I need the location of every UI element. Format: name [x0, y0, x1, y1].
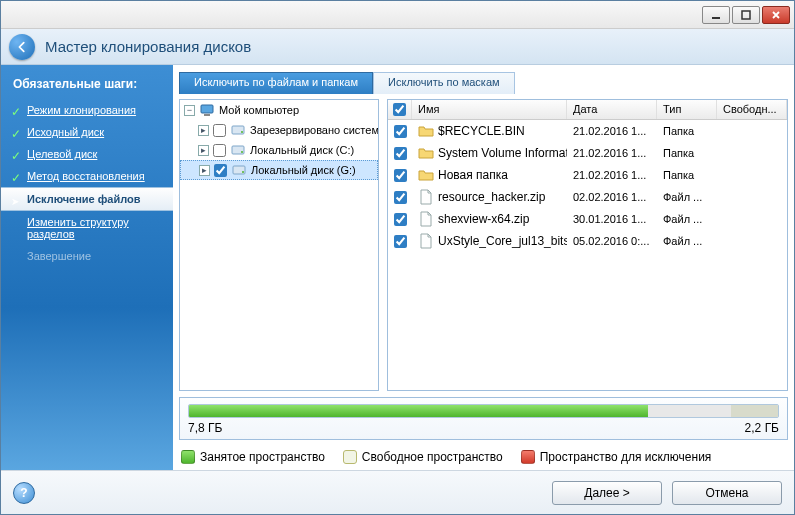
list-row[interactable]: $RECYCLE.BIN 21.02.2016 1... Папка — [388, 120, 787, 142]
drive-icon — [230, 122, 246, 138]
list-row[interactable]: shexview-x64.zip 30.01.2016 1... Файл ..… — [388, 208, 787, 230]
cancel-button[interactable]: Отмена — [672, 481, 782, 505]
tree-item[interactable]: ▸ Локальный диск (G:) — [180, 160, 378, 180]
folder-tree[interactable]: − Мой компьютер ▸ Зарезервировано систем… — [179, 99, 379, 391]
col-free[interactable]: Свободн... — [717, 100, 787, 119]
sidebar-item[interactable]: Изменить структуру разделов — [1, 211, 173, 245]
swatch-excluded-icon — [521, 450, 535, 464]
list-row[interactable]: System Volume Information 21.02.2016 1..… — [388, 142, 787, 164]
svg-rect-0 — [712, 17, 720, 19]
close-button[interactable] — [762, 6, 790, 24]
cell-date: 30.01.2016 1... — [567, 210, 657, 228]
tree-checkbox[interactable] — [214, 164, 227, 177]
tree-checkbox[interactable] — [213, 124, 226, 137]
list-row[interactable]: UxStyle_Core_jul13_bits.zip 05.02.2016 0… — [388, 230, 787, 252]
step-status-icon — [11, 251, 21, 261]
list-row[interactable]: resource_hacker.zip 02.02.2016 1... Файл… — [388, 186, 787, 208]
cell-type: Папка — [657, 166, 717, 184]
row-checkbox[interactable] — [394, 213, 407, 226]
list-row[interactable]: Новая папка 21.02.2016 1... Папка — [388, 164, 787, 186]
file-list[interactable]: Имя Дата Тип Свободн... $RECYCLE.BIN 21.… — [387, 99, 788, 391]
sidebar-item[interactable]: Режим клонирования — [1, 99, 173, 121]
used-size-label: 7,8 ГБ — [188, 421, 222, 435]
col-checkbox[interactable] — [388, 100, 412, 119]
sidebar-item: Завершение — [1, 245, 173, 267]
tree-root[interactable]: − Мой компьютер — [180, 100, 378, 120]
expand-icon[interactable]: ▸ — [198, 145, 209, 156]
titlebar — [1, 1, 794, 29]
tab-exclude-by-files[interactable]: Исключить по файлам и папкам — [179, 72, 373, 94]
tree-label: Локальный диск (G:) — [251, 164, 356, 176]
svg-point-5 — [241, 131, 243, 133]
row-checkbox[interactable] — [394, 191, 407, 204]
step-status-icon — [11, 194, 21, 204]
sidebar-item-label: Исходный диск — [27, 126, 104, 138]
col-type[interactable]: Тип — [657, 100, 717, 119]
row-checkbox[interactable] — [394, 169, 407, 182]
cell-type: Папка — [657, 144, 717, 162]
file-icon — [418, 189, 434, 205]
step-status-icon — [11, 127, 21, 137]
tree-label: Локальный диск (C:) — [250, 144, 354, 156]
minimize-button[interactable] — [702, 6, 730, 24]
cell-date: 21.02.2016 1... — [567, 122, 657, 140]
sidebar-item[interactable]: Целевой диск — [1, 143, 173, 165]
expand-icon[interactable]: ▸ — [199, 165, 210, 176]
folder-icon — [418, 145, 434, 161]
cell-name: $RECYCLE.BIN — [412, 120, 567, 142]
col-date[interactable]: Дата — [567, 100, 657, 119]
progress-used — [189, 405, 648, 417]
row-checkbox[interactable] — [394, 147, 407, 160]
back-button[interactable] — [9, 34, 35, 60]
legend-free: Свободное пространство — [343, 450, 503, 464]
file-icon — [418, 233, 434, 249]
drive-icon — [231, 162, 247, 178]
arrow-left-icon — [15, 40, 29, 54]
main-panel: Исключить по файлам и папкам Исключить п… — [173, 65, 794, 470]
tree-item[interactable]: ▸ Зарезервировано системой (?) — [180, 120, 378, 140]
swatch-used-icon — [181, 450, 195, 464]
cell-date: 21.02.2016 1... — [567, 166, 657, 184]
row-checkbox[interactable] — [394, 125, 407, 138]
computer-icon — [199, 102, 215, 118]
row-checkbox[interactable] — [394, 235, 407, 248]
sidebar-item[interactable]: Исходный диск — [1, 121, 173, 143]
sidebar-header: Обязательные шаги: — [1, 73, 173, 99]
folder-icon — [418, 123, 434, 139]
step-status-icon — [11, 105, 21, 115]
cell-name: resource_hacker.zip — [412, 186, 567, 208]
page-title: Мастер клонирования дисков — [45, 38, 251, 55]
next-button[interactable]: Далее > — [552, 481, 662, 505]
cell-free — [717, 216, 787, 222]
col-name[interactable]: Имя — [412, 100, 567, 119]
select-all-checkbox[interactable] — [393, 103, 406, 116]
panels: − Мой компьютер ▸ Зарезервировано систем… — [179, 99, 788, 391]
cell-free — [717, 150, 787, 156]
svg-point-9 — [242, 171, 244, 173]
sidebar-item-label: Метод восстановления — [27, 170, 145, 182]
footer: ? Далее > Отмена — [1, 470, 794, 514]
swatch-free-icon — [343, 450, 357, 464]
tab-exclude-by-masks[interactable]: Исключить по маскам — [373, 72, 515, 94]
sidebar-item[interactable]: Исключение файлов — [1, 187, 173, 211]
maximize-button[interactable] — [732, 6, 760, 24]
sidebar-item-label: Изменить структуру разделов — [27, 216, 165, 240]
help-button[interactable]: ? — [13, 482, 35, 504]
sidebar-item[interactable]: Метод восстановления — [1, 165, 173, 187]
expand-icon[interactable]: ▸ — [198, 125, 209, 136]
svg-rect-1 — [742, 11, 750, 19]
sidebar-item-label: Исключение файлов — [27, 193, 141, 205]
cell-name: shexview-x64.zip — [412, 208, 567, 230]
cell-type: Папка — [657, 122, 717, 140]
tree-label: Мой компьютер — [219, 104, 299, 116]
cell-date: 05.02.2016 0:... — [567, 232, 657, 250]
sidebar-item-label: Режим клонирования — [27, 104, 136, 116]
sidebar-item-label: Целевой диск — [27, 148, 97, 160]
svg-point-7 — [241, 151, 243, 153]
tree-checkbox[interactable] — [213, 144, 226, 157]
tree-item[interactable]: ▸ Локальный диск (C:) — [180, 140, 378, 160]
cell-free — [717, 194, 787, 200]
app-window: Мастер клонирования дисков Обязательные … — [0, 0, 795, 515]
cell-name: System Volume Information — [412, 142, 567, 164]
collapse-icon[interactable]: − — [184, 105, 195, 116]
